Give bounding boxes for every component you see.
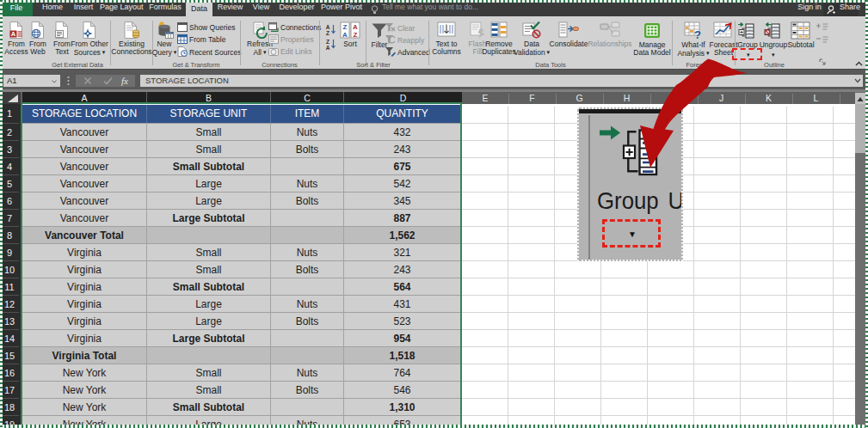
svg-text:A: A [326, 24, 330, 30]
svg-text:Z: Z [354, 31, 358, 39]
svg-text:A: A [11, 30, 16, 38]
svg-text:Z: Z [326, 39, 329, 45]
svg-text:A: A [342, 31, 348, 39]
svg-text:Z: Z [326, 30, 329, 36]
svg-text:?: ? [694, 28, 701, 40]
svg-text:A: A [326, 45, 330, 51]
